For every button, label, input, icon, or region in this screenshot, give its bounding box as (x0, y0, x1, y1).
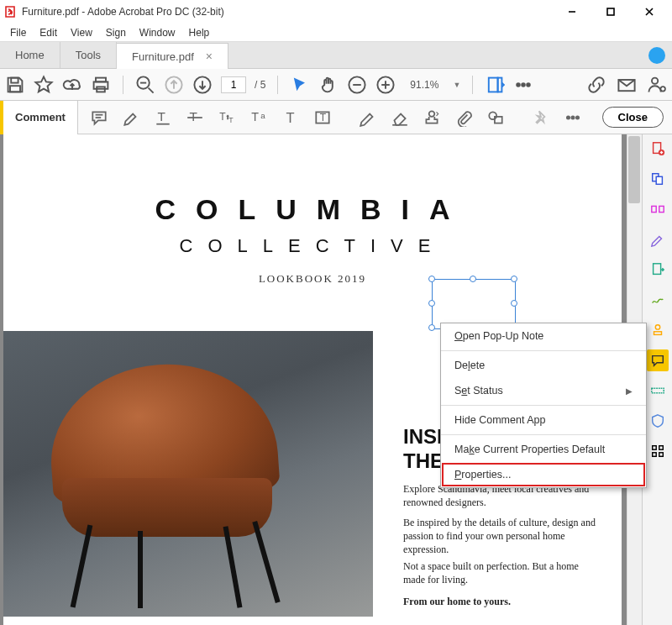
stamp-tool-icon[interactable] (647, 319, 669, 341)
tab-close-icon[interactable]: × (206, 50, 213, 63)
zoom-plus-icon[interactable] (375, 75, 396, 95)
scroll-thumb[interactable] (628, 136, 640, 203)
select-tool-icon[interactable] (290, 75, 310, 95)
svg-rect-62 (651, 388, 663, 392)
menu-help[interactable]: Help (182, 25, 217, 40)
submenu-arrow-icon: ▶ (626, 386, 633, 396)
strikethrough-icon[interactable]: T (186, 108, 204, 127)
maximize-button[interactable] (591, 0, 630, 24)
cm-make-default[interactable]: Make Current Properties Default (441, 437, 646, 462)
prev-page-icon[interactable] (164, 75, 184, 95)
cm-separator (441, 434, 646, 435)
menu-view[interactable]: View (64, 25, 99, 40)
hand-tool-icon[interactable] (318, 75, 339, 95)
star-icon[interactable] (34, 75, 54, 95)
cm-make-default-label: Make Current Properties Default (454, 444, 605, 455)
cm-hide-comment[interactable]: Hide Comment App (441, 407, 646, 433)
cm-set-status-label: Set Status (454, 385, 503, 397)
comment-tool-icon[interactable] (647, 349, 669, 371)
insert-text-icon[interactable]: Ta (249, 108, 268, 127)
attach-icon[interactable] (454, 108, 473, 127)
protect-icon[interactable] (647, 410, 669, 432)
resize-handle[interactable] (428, 300, 435, 307)
link-icon[interactable] (586, 75, 606, 95)
zoom-dropdown-icon[interactable]: ▼ (453, 81, 460, 89)
fit-width-icon[interactable] (485, 75, 505, 95)
cm-separator (441, 350, 646, 351)
replace-text-icon[interactable]: TT (218, 108, 236, 127)
combine-files-icon[interactable] (647, 168, 669, 190)
tab-document-label: Furniture.pdf (132, 50, 194, 63)
svg-rect-63 (652, 446, 656, 450)
annotation-selection[interactable] (432, 279, 516, 329)
separator (277, 76, 278, 94)
measure-icon[interactable] (647, 380, 669, 402)
page-number-input[interactable] (221, 76, 246, 93)
svg-rect-22 (498, 77, 502, 92)
separator (123, 76, 123, 94)
close-comment-button[interactable]: Close (602, 107, 664, 128)
svg-point-49 (571, 116, 574, 118)
text-box-icon[interactable]: T (313, 108, 332, 127)
cm-open-popup[interactable]: Open Pop-Up Note (441, 323, 646, 349)
svg-point-45 (429, 111, 435, 117)
tab-row: Home Tools Furniture.pdf × (0, 42, 672, 69)
minimize-button[interactable] (553, 0, 591, 24)
resize-handle[interactable] (428, 276, 435, 282)
tab-home[interactable]: Home (0, 42, 60, 68)
pin-icon[interactable] (532, 108, 550, 127)
cm-properties[interactable]: Properties... (441, 462, 646, 487)
more-tools-icon[interactable] (513, 75, 533, 95)
more-icon[interactable] (564, 108, 582, 127)
export-pdf-icon[interactable] (647, 259, 669, 281)
menu-sign[interactable]: Sign (99, 25, 133, 40)
tab-tools-label: Tools (76, 49, 101, 61)
resize-handle[interactable] (428, 324, 435, 331)
save-icon[interactable] (5, 75, 25, 95)
share-user-icon[interactable] (647, 75, 667, 95)
organize-pages-icon[interactable] (647, 198, 669, 220)
chair-photo (3, 331, 373, 617)
cloud-upload-icon[interactable] (62, 75, 82, 95)
mail-icon[interactable] (617, 75, 637, 95)
create-pdf-icon[interactable] (647, 138, 669, 160)
chair-leg (223, 526, 243, 608)
resize-handle[interactable] (470, 276, 476, 282)
zoom-level[interactable]: 91.1% (404, 76, 444, 93)
fill-sign-icon[interactable] (647, 289, 669, 311)
print-icon[interactable] (91, 75, 111, 95)
menu-window[interactable]: Window (133, 25, 182, 40)
svg-point-23 (517, 83, 520, 87)
cm-delete[interactable]: Delete (441, 353, 646, 378)
more-tools-side-icon[interactable] (647, 440, 669, 462)
resize-handle[interactable] (511, 300, 517, 307)
close-button[interactable] (630, 0, 669, 24)
zoom-minus-icon[interactable] (347, 75, 367, 95)
add-text-icon[interactable]: T (281, 108, 300, 127)
svg-point-48 (567, 116, 570, 118)
window-title: Furniture.pdf - Adobe Acrobat Pro DC (32… (22, 6, 553, 18)
resize-handle[interactable] (511, 276, 517, 282)
menu-edit[interactable]: Edit (33, 25, 64, 40)
pencil-icon[interactable] (359, 108, 377, 127)
next-page-icon[interactable] (192, 75, 213, 95)
shapes-icon[interactable] (486, 108, 505, 127)
svg-text:T: T (228, 115, 234, 123)
menu-file[interactable]: File (3, 25, 33, 40)
edit-pdf-icon[interactable] (647, 228, 669, 250)
user-avatar[interactable] (648, 47, 665, 64)
tab-document[interactable]: Furniture.pdf × (117, 43, 228, 69)
underline-text-icon[interactable]: T (154, 108, 172, 127)
zoom-out-icon[interactable] (135, 75, 155, 95)
tab-tools[interactable]: Tools (60, 42, 117, 68)
eraser-icon[interactable] (391, 108, 409, 127)
sticky-note-icon[interactable] (90, 108, 108, 127)
tabrow-right-tools (625, 42, 672, 68)
separator (472, 76, 473, 94)
svg-text:T: T (189, 109, 197, 123)
svg-text:T: T (320, 112, 327, 123)
cm-set-status[interactable]: Set Status▶ (441, 378, 646, 403)
menubar: File Edit View Sign Window Help (0, 24, 672, 42)
stamp-icon[interactable] (423, 108, 441, 127)
highlight-icon[interactable] (122, 108, 140, 127)
